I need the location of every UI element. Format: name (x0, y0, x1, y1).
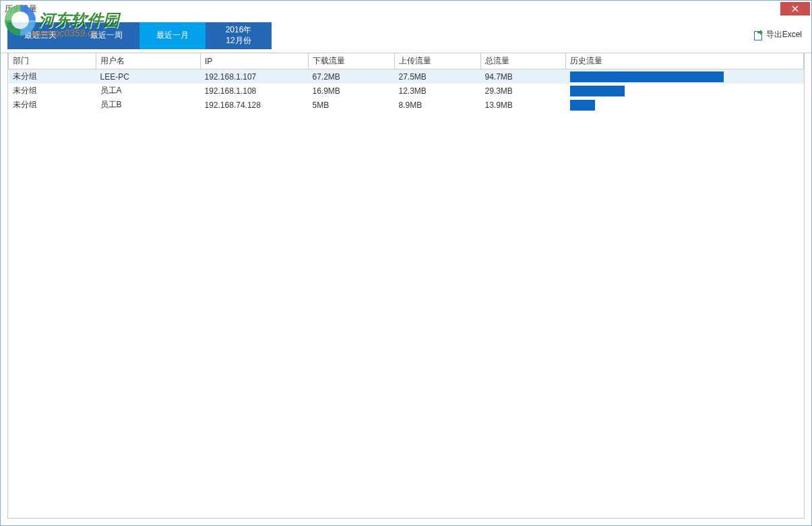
close-button[interactable] (780, 2, 810, 16)
toolbar: 最近三天 最近一周 最近一月 2016年 12月份 导出Excel (1, 17, 811, 53)
table-row[interactable]: 未分组 员工A 192.168.1.108 16.9MB 12.3MB 29.3… (9, 84, 804, 98)
col-header-department[interactable]: 部门 (9, 53, 96, 69)
cell-history-bar (566, 84, 804, 98)
cell-download: 67.2MB (309, 69, 395, 84)
cell-user: LEE-PC (96, 69, 201, 84)
table-container: 部门 用户名 IP 下载流量 上传流量 总流量 历史流量 未分组 LEE-PC … (7, 53, 805, 519)
cell-total: 13.9MB (481, 98, 566, 112)
tab-last-month[interactable]: 最近一月 (139, 22, 206, 49)
cell-download: 5MB (309, 98, 395, 112)
export-icon (753, 30, 763, 40)
tab-last-week[interactable]: 最近一周 (73, 22, 139, 49)
col-header-download[interactable]: 下载流量 (309, 53, 395, 69)
tab-label: 2016年 12月份 (226, 25, 252, 46)
titlebar: 历史流量 (1, 1, 811, 17)
traffic-table: 部门 用户名 IP 下载流量 上传流量 总流量 历史流量 未分组 LEE-PC … (8, 53, 804, 112)
col-header-history[interactable]: 历史流量 (566, 53, 804, 69)
traffic-bar (570, 71, 724, 82)
cell-upload: 27.5MB (395, 69, 481, 84)
cell-download: 16.9MB (309, 84, 395, 98)
tab-last-3-days[interactable]: 最近三天 (7, 22, 73, 49)
cell-ip: 192.168.1.108 (201, 84, 309, 98)
cell-total: 94.7MB (481, 69, 566, 84)
time-range-tabs: 最近三天 最近一周 最近一月 2016年 12月份 (1, 17, 272, 53)
cell-ip: 192.168.74.128 (201, 98, 309, 112)
cell-total: 29.3MB (481, 84, 566, 98)
export-excel-button[interactable]: 导出Excel (753, 17, 811, 53)
cell-user: 员工B (96, 98, 201, 112)
table-header-row: 部门 用户名 IP 下载流量 上传流量 总流量 历史流量 (9, 53, 804, 69)
traffic-bar (570, 86, 625, 96)
close-icon (792, 5, 799, 12)
col-header-ip[interactable]: IP (201, 53, 309, 69)
cell-history-bar (566, 98, 804, 112)
col-header-upload[interactable]: 上传流量 (395, 53, 481, 69)
col-header-total[interactable]: 总流量 (481, 53, 566, 69)
col-header-username[interactable]: 用户名 (96, 53, 201, 69)
tab-label: 最近一月 (156, 30, 189, 41)
cell-dept: 未分组 (9, 84, 96, 98)
cell-upload: 8.9MB (395, 98, 481, 112)
cell-dept: 未分组 (9, 69, 96, 84)
tab-2016-12[interactable]: 2016年 12月份 (206, 22, 272, 49)
cell-user: 员工A (96, 84, 201, 98)
export-label: 导出Excel (766, 29, 802, 40)
cell-upload: 12.3MB (395, 84, 481, 98)
table-row[interactable]: 未分组 LEE-PC 192.168.1.107 67.2MB 27.5MB 9… (9, 69, 804, 84)
tab-label: 最近一周 (90, 30, 123, 41)
cell-dept: 未分组 (9, 98, 96, 112)
table-row[interactable]: 未分组 员工B 192.168.74.128 5MB 8.9MB 13.9MB (9, 98, 804, 112)
cell-history-bar (566, 69, 804, 84)
cell-ip: 192.168.1.107 (201, 69, 309, 84)
window-title: 历史流量 (5, 3, 37, 15)
traffic-bar (570, 100, 596, 111)
tab-label: 最近三天 (24, 30, 57, 41)
